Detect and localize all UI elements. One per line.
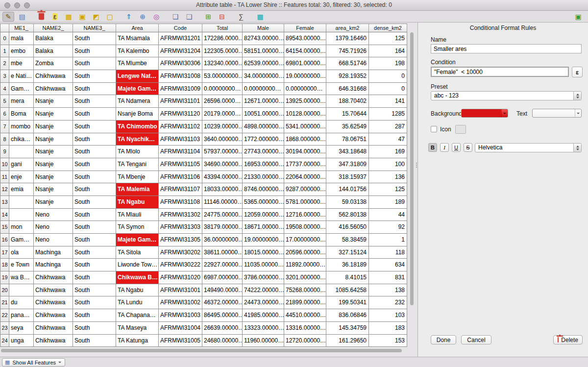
cell-code[interactable]: AFRMWI31108 — [159, 196, 202, 209]
cell-name2[interactable]: Chikhwawa — [34, 296, 73, 309]
cell-area_km2[interactable]: 416.56050 — [326, 221, 369, 234]
cell-name1[interactable]: Gam… — [9, 234, 34, 246]
column-header-area[interactable]: Area — [116, 24, 159, 32]
cell-name1[interactable]: mon — [9, 221, 34, 234]
cell-area_km2[interactable]: 928.19352 — [326, 70, 369, 83]
cell-name2[interactable]: Machinga — [34, 246, 73, 259]
cell-total[interactable]: 24680.00000… — [202, 335, 243, 347]
cell-total[interactable]: 57937.00000… — [202, 146, 243, 158]
cell-name1[interactable]: mala — [9, 32, 34, 45]
cell-female[interactable]: 89543.00000… — [284, 32, 326, 45]
cell-dense_km2[interactable]: 0 — [369, 83, 407, 96]
row-header-19[interactable]: 19 — [0, 271, 9, 284]
cell-name2[interactable]: Nsanje — [34, 95, 73, 108]
cell-name2[interactable]: Machinga — [34, 259, 73, 271]
cell-name3[interactable]: South — [73, 83, 116, 96]
cell-female[interactable]: 22064.00000… — [284, 171, 326, 184]
horizontal-scrollbar-thumb[interactable] — [1, 349, 402, 352]
zoom-button[interactable] — [24, 2, 30, 8]
column-header-name3[interactable]: NAME3_ — [73, 24, 116, 32]
column-header-total[interactable]: Total — [202, 24, 243, 32]
cell-female[interactable]: 75268.00000… — [284, 284, 326, 297]
cell-code[interactable]: AFRMWI31020 — [159, 271, 202, 284]
cell-code[interactable]: AFRMWI31002 — [159, 296, 202, 309]
cell-name1[interactable]: du — [9, 296, 34, 309]
cell-male[interactable]: 34.00000000… — [243, 70, 284, 83]
cell-name2[interactable]: Neno — [34, 234, 73, 246]
cell-male[interactable]: 21330.00000… — [243, 171, 284, 184]
cell-total[interactable]: 20179.0000… — [202, 108, 243, 121]
cell-female[interactable]: 12720.00000… — [284, 335, 326, 347]
cell-name1[interactable]: emia — [9, 183, 34, 196]
cell-name3[interactable]: South — [73, 259, 116, 271]
cell-total[interactable]: 149490.0000… — [202, 284, 243, 297]
done-button[interactable]: Done — [431, 335, 456, 344]
cell-female[interactable]: 11892.00000… — [284, 259, 326, 271]
cell-area[interactable]: Chikwawa B… — [116, 271, 159, 284]
cell-name3[interactable]: South — [73, 121, 116, 133]
cell-name1[interactable]: pana… — [9, 309, 34, 322]
cell-male[interactable]: 18015.00000… — [243, 246, 284, 259]
cell-area_km2[interactable]: 343.18648 — [326, 146, 369, 158]
cell-total[interactable]: 26596.0000… — [202, 95, 243, 108]
pan-to-selection-button[interactable]: ⊕ — [137, 12, 148, 22]
cell-area[interactable]: TA Ngabu — [116, 284, 159, 297]
cell-dense_km2[interactable]: 92 — [369, 221, 407, 234]
cell-female[interactable]: 69801.00000… — [284, 57, 326, 70]
row-header-6[interactable]: 6 — [0, 108, 9, 121]
bold-button[interactable]: B — [428, 143, 437, 152]
select-all-button[interactable]: ▦ — [63, 12, 74, 22]
cell-female[interactable]: 30194.00000… — [284, 146, 326, 158]
cell-code[interactable]: AFRMWI31101 — [159, 95, 202, 108]
cell-name1[interactable] — [9, 284, 34, 297]
row-header-0[interactable]: 0 — [0, 32, 9, 45]
row-header-12[interactable]: 12 — [0, 183, 9, 196]
cell-name3[interactable]: South — [73, 45, 116, 58]
cell-area[interactable]: TA Maseya — [116, 322, 159, 335]
open-field-calculator-button[interactable]: ∑ — [235, 12, 247, 22]
zoom-to-selection-button[interactable]: ◎ — [150, 12, 162, 22]
cell-dense_km2[interactable]: 634 — [369, 259, 407, 271]
cell-name1[interactable]: enje — [9, 171, 34, 184]
cell-dense_km2[interactable]: 103 — [369, 309, 407, 322]
cell-name1[interactable] — [9, 196, 34, 209]
cell-female[interactable]: 17.00000000… — [284, 234, 326, 246]
cell-name3[interactable]: South — [73, 209, 116, 221]
cell-dense_km2[interactable]: 100 — [369, 158, 407, 171]
font-dropdown[interactable]: Helvetica — [475, 143, 582, 152]
cell-code[interactable]: AFRMWI31009 — [159, 83, 202, 96]
cell-total[interactable]: 18033.00000… — [202, 183, 243, 196]
cell-total[interactable]: 132340.0000… — [202, 57, 243, 70]
cell-name2[interactable]: Zomba — [34, 57, 73, 70]
cell-female[interactable]: 9287.000000… — [284, 183, 326, 196]
cell-code[interactable]: AFRMWI30202 — [159, 246, 202, 259]
row-header-23[interactable]: 23 — [0, 322, 9, 335]
cell-code[interactable]: AFRMWI31305 — [159, 234, 202, 246]
cell-male[interactable]: 11035.00000… — [243, 259, 284, 271]
cell-name2[interactable]: Nsanje — [34, 121, 73, 133]
strikethrough-button[interactable]: S — [464, 143, 472, 152]
cell-dense_km2[interactable]: 44 — [369, 209, 407, 221]
cell-total[interactable]: 86495.00000… — [202, 309, 243, 322]
cell-female[interactable]: 5341.000000… — [284, 121, 326, 133]
cell-total[interactable]: 10239.00000… — [202, 121, 243, 133]
delete-field-button[interactable]: ⊟ — [216, 12, 228, 22]
cell-total[interactable]: 0.00000000… — [202, 83, 243, 96]
cell-total[interactable]: 38611.00000… — [202, 246, 243, 259]
cell-name3[interactable]: South — [73, 284, 116, 297]
cell-area_km2[interactable]: 836.06846 — [326, 309, 369, 322]
row-header-15[interactable]: 15 — [0, 221, 9, 234]
cell-code[interactable]: AFRMWI30306 — [159, 57, 202, 70]
cell-name3[interactable]: South — [73, 221, 116, 234]
cell-male[interactable]: 12059.00000… — [243, 209, 284, 221]
cell-male[interactable]: 8746.000000… — [243, 183, 284, 196]
cell-male[interactable]: 19.00000000… — [243, 234, 284, 246]
cell-name1[interactable]: seya — [9, 322, 34, 335]
cell-female[interactable]: 13925.00000… — [284, 95, 326, 108]
cell-name1[interactable]: gani — [9, 158, 34, 171]
cell-male[interactable]: 13323.00000… — [243, 322, 284, 335]
cell-name3[interactable]: South — [73, 322, 116, 335]
row-header-21[interactable]: 21 — [0, 296, 9, 309]
cell-code[interactable]: AFRMWI31120 — [159, 108, 202, 121]
cell-dense_km2[interactable]: 164 — [369, 45, 407, 58]
